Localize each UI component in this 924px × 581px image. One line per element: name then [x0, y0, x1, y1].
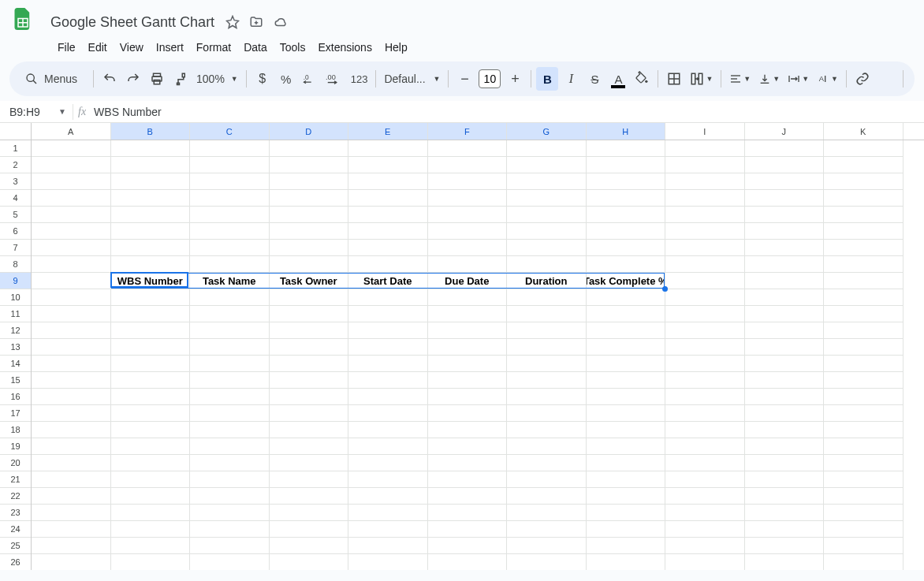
cell-H17[interactable] [587, 405, 666, 422]
cell-J24[interactable] [745, 521, 825, 538]
cell-G2[interactable] [507, 157, 587, 173]
cell-D12[interactable] [270, 322, 349, 339]
col-header-C[interactable]: C [190, 123, 270, 140]
cell-G21[interactable] [507, 471, 587, 488]
text-color-button[interactable]: A [607, 67, 629, 91]
cell-H13[interactable] [587, 339, 666, 356]
cell-I12[interactable] [665, 322, 745, 339]
cell-F1[interactable] [428, 140, 508, 157]
cell-J23[interactable] [745, 505, 825, 521]
row-header-22[interactable]: 22 [0, 488, 31, 505]
menu-extensions[interactable]: Extensions [312, 38, 377, 57]
redo-button[interactable] [122, 67, 144, 91]
print-button[interactable] [146, 67, 168, 91]
cell-G26[interactable] [507, 554, 587, 570]
font-size-input[interactable] [479, 69, 501, 88]
cell-D26[interactable] [270, 554, 349, 570]
wrap-button[interactable]: ▼ [784, 67, 812, 91]
cell-E15[interactable] [348, 372, 428, 389]
cell-B20[interactable] [111, 455, 191, 471]
cell-E11[interactable] [348, 306, 428, 322]
row-header-18[interactable]: 18 [0, 422, 31, 438]
cell-C22[interactable] [190, 488, 270, 505]
cell-D16[interactable] [270, 389, 349, 405]
cell-K18[interactable] [824, 422, 904, 438]
cell-C7[interactable] [190, 240, 270, 256]
link-button[interactable] [851, 67, 874, 91]
col-header-B[interactable]: B [111, 123, 191, 140]
cell-K14[interactable] [824, 356, 904, 372]
bold-button[interactable]: B [536, 67, 558, 91]
cell-E14[interactable] [348, 356, 428, 372]
cell-J1[interactable] [745, 140, 825, 157]
undo-button[interactable] [99, 67, 121, 91]
cell-G11[interactable] [507, 306, 587, 322]
cell-B5[interactable] [111, 207, 191, 223]
cell-F5[interactable] [428, 207, 508, 223]
cell-E7[interactable] [348, 240, 428, 256]
cell-H23[interactable] [587, 505, 666, 521]
row-header-7[interactable]: 7 [0, 240, 31, 256]
borders-button[interactable] [663, 67, 685, 91]
strike-button[interactable]: S [583, 67, 605, 91]
cell-A6[interactable] [32, 223, 111, 240]
cell-C17[interactable] [190, 405, 270, 422]
cell-B16[interactable] [111, 389, 191, 405]
cell-H25[interactable] [587, 538, 666, 554]
cell-I4[interactable] [665, 190, 745, 207]
cell-C26[interactable] [190, 554, 270, 570]
cell-D22[interactable] [270, 488, 349, 505]
cell-I15[interactable] [665, 372, 745, 389]
cell-B21[interactable] [111, 471, 191, 488]
cell-G14[interactable] [507, 356, 587, 372]
cell-H5[interactable] [587, 207, 666, 223]
cell-B7[interactable] [111, 240, 191, 256]
col-header-H[interactable]: H [587, 123, 666, 140]
row-header-17[interactable]: 17 [0, 405, 31, 422]
row-header-5[interactable]: 5 [0, 207, 31, 223]
menu-tools[interactable]: Tools [274, 38, 311, 57]
row-header-8[interactable]: 8 [0, 256, 31, 273]
italic-button[interactable]: I [560, 67, 582, 91]
cell-B9[interactable]: WBS Number [111, 273, 191, 289]
cell-I11[interactable] [665, 306, 745, 322]
cell-H11[interactable] [587, 306, 666, 322]
cell-D7[interactable] [270, 240, 349, 256]
cell-J22[interactable] [745, 488, 825, 505]
move-icon[interactable] [249, 15, 263, 29]
cell-J11[interactable] [745, 306, 825, 322]
cell-E24[interactable] [348, 521, 428, 538]
valign-button[interactable]: ▼ [755, 67, 783, 91]
cell-K5[interactable] [824, 207, 904, 223]
row-header-23[interactable]: 23 [0, 505, 31, 521]
cell-I17[interactable] [665, 405, 745, 422]
cell-C14[interactable] [190, 356, 270, 372]
cell-F13[interactable] [428, 339, 508, 356]
cell-J3[interactable] [745, 173, 825, 190]
cell-D13[interactable] [270, 339, 349, 356]
cell-F19[interactable] [428, 438, 508, 455]
cell-A19[interactable] [32, 438, 111, 455]
cell-B24[interactable] [111, 521, 191, 538]
cell-A25[interactable] [32, 538, 111, 554]
cell-J8[interactable] [745, 256, 825, 273]
cell-D3[interactable] [270, 173, 349, 190]
row-header-2[interactable]: 2 [0, 157, 31, 173]
cell-K22[interactable] [824, 488, 904, 505]
cell-D6[interactable] [270, 223, 349, 240]
cell-D14[interactable] [270, 356, 349, 372]
cell-G3[interactable] [507, 173, 587, 190]
row-header-15[interactable]: 15 [0, 372, 31, 389]
row-header-25[interactable]: 25 [0, 538, 31, 554]
increase-decimal-button[interactable]: .00 [322, 67, 346, 91]
cell-B10[interactable] [111, 289, 191, 306]
cell-E10[interactable] [348, 289, 428, 306]
currency-button[interactable]: $ [251, 67, 274, 91]
cell-C24[interactable] [190, 521, 270, 538]
cell-G12[interactable] [507, 322, 587, 339]
cell-C12[interactable] [190, 322, 270, 339]
cell-K8[interactable] [824, 256, 904, 273]
col-header-A[interactable]: A [32, 123, 111, 140]
menu-edit[interactable]: Edit [83, 38, 113, 57]
cell-J16[interactable] [745, 389, 825, 405]
